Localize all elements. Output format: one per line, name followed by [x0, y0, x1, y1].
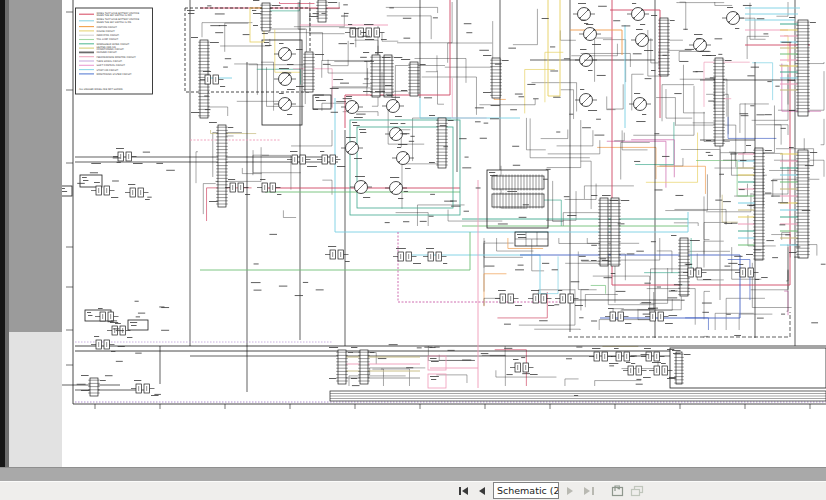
svg-text:INDICATOR CIRCUIT.: INDICATOR CIRCUIT. — [97, 34, 120, 37]
cascade-windows-icon — [630, 484, 644, 497]
legend: WIRES THAT HAVE BATTERY VOLTAGEWHEN THE … — [76, 8, 153, 94]
svg-text:START AID CIRCUIT.: START AID CIRCUIT. — [97, 69, 119, 72]
svg-text:MONITORING SYSTEM CIRCUIT.: MONITORING SYSTEM CIRCUIT. — [97, 73, 133, 76]
detach-page-button[interactable] — [609, 484, 624, 498]
canvas-background-lower — [9, 332, 62, 467]
svg-text:PERFORMANCE MONITOR CIRCUIT.: PERFORMANCE MONITOR CIRCUIT. — [97, 56, 137, 59]
wires — [62, 0, 826, 402]
label-text-marks — [62, 0, 826, 396]
next-page-button[interactable] — [564, 484, 577, 497]
previous-page-button[interactable] — [475, 484, 488, 497]
viewer-window: WIRES THAT HAVE BATTERY VOLTAGEWHEN THE … — [0, 0, 826, 500]
schematic-drawing: WIRES THAT HAVE BATTERY VOLTAGEWHEN THE … — [62, 0, 826, 467]
cascade-windows-button[interactable] — [629, 484, 644, 498]
document-page: WIRES THAT HAVE BATTERY VOLTAGEWHEN THE … — [62, 0, 826, 467]
previous-page-icon — [477, 486, 486, 496]
next-page-icon — [566, 486, 575, 496]
first-page-button[interactable] — [457, 484, 470, 497]
canvas-background-upper — [9, 0, 62, 332]
page-select-dropdown[interactable]: Schematic (2 / 2) — [493, 482, 559, 499]
last-page-button[interactable] — [582, 484, 595, 497]
svg-text:TURN SIGNAL CIRCUIT.: TURN SIGNAL CIRCUIT. — [97, 60, 123, 63]
svg-text:TAIL LAMP CIRCUIT.: TAIL LAMP CIRCUIT. — [97, 38, 119, 41]
svg-text:GAUGE CIRCUIT.: GAUGE CIRCUIT. — [97, 30, 116, 33]
last-page-icon — [583, 486, 595, 496]
page-navigation-toolbar — [0, 481, 826, 500]
detach-page-icon — [610, 484, 624, 497]
connector-combs — [88, 0, 810, 396]
component-boxes — [62, 8, 826, 388]
svg-text:WHEN THE KEY SWITCH IS OFF.: WHEN THE KEY SWITCH IS OFF. — [97, 14, 133, 17]
svg-text:IGNITION CIRCUIT.: IGNITION CIRCUIT. — [97, 26, 118, 29]
statusbar-separator — [0, 467, 826, 481]
svg-text:SHIFT CONTROL CIRCUIT.: SHIFT CONTROL CIRCUIT. — [97, 64, 126, 67]
page-select-label: Schematic (2 / 2) — [494, 485, 559, 496]
svg-text:GROUND CIRCUIT.: GROUND CIRCUIT. — [97, 51, 118, 54]
svg-text:ALL UNUSED WIRES ARE NOT SHOWN: ALL UNUSED WIRES ARE NOT SHOWN. — [79, 88, 124, 91]
svg-text:WHEN THE KEY SWITCH IS ON.: WHEN THE KEY SWITCH IS ON. — [97, 21, 132, 24]
first-page-icon — [458, 486, 470, 496]
plug-connectors — [91, 28, 759, 393]
page-navigation-controls: Schematic (2 / 2) — [457, 483, 644, 498]
